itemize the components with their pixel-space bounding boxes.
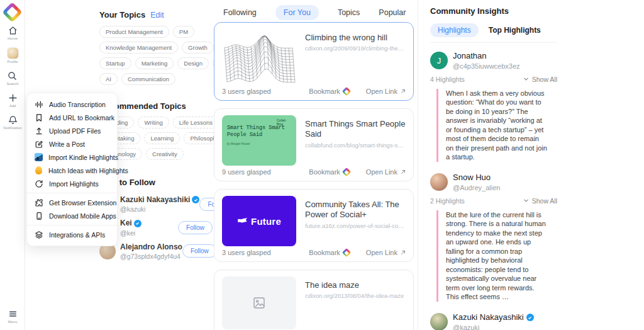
- sidebar-item-add[interactable]: Add: [8, 93, 18, 108]
- follow-button[interactable]: Follow: [178, 221, 213, 234]
- future-logo-text: Future: [251, 216, 281, 227]
- feed-card-climbing-the-wrong-hill[interactable]: Climbing the wrong hill cdixon.org/2009/…: [214, 22, 414, 101]
- bookmark-button[interactable]: Bookmark: [309, 249, 350, 256]
- follow-button[interactable]: Follow: [182, 244, 217, 258]
- bookmark-icon: [35, 113, 43, 122]
- users-glasped-count: 9 users glasped: [222, 168, 271, 176]
- topic-pill[interactable]: Creativity: [146, 148, 184, 160]
- user-handle: @kazuki: [453, 324, 534, 330]
- feed-card-smart-things[interactable]: Collab Blog Smart Things Smart People Sa…: [214, 108, 414, 181]
- tab-top-highlights[interactable]: Top Highlights: [489, 26, 541, 35]
- your-topics-tags: Product Management PM Knowledge Manageme…: [99, 26, 213, 85]
- topic-pill[interactable]: PM: [173, 26, 194, 38]
- sidebar-item-menu[interactable]: Menu: [0, 309, 25, 324]
- glasp-logo-icon[interactable]: [2, 2, 23, 23]
- user-handle: @c4p35iuwwcebx3ez: [453, 62, 520, 70]
- feed-card-community-takes-all[interactable]: Future Community Takes All: The Power of…: [214, 189, 414, 262]
- feed-column: Following For You Topics Popular Climbin…: [214, 0, 415, 20]
- bookmark-button[interactable]: Bookmark: [309, 168, 350, 176]
- menu-item-hatch-ideas-with-highlights[interactable]: Hatch Ideas with Highlights: [27, 164, 117, 177]
- topic-pill[interactable]: Life Lessons: [173, 117, 219, 128]
- card-url: cdixon.org/2009/09/19/climbing-the-wrong…: [305, 45, 406, 52]
- mobile-icon: [35, 212, 43, 220]
- edit-topics-link[interactable]: Edit: [150, 11, 164, 20]
- glasp-bookmark-icon: [342, 168, 351, 176]
- user-name: Alejandro Alonso: [120, 242, 182, 251]
- chevron-down-icon: [523, 198, 529, 203]
- menu-item-integrations-apis[interactable]: Integrations & APIs: [27, 228, 117, 241]
- sidebar-item-notification[interactable]: Notification: [3, 115, 22, 130]
- search-icon: [7, 71, 18, 81]
- user-name[interactable]: Jonathan: [453, 52, 520, 61]
- external-link-icon: [401, 169, 406, 174]
- avatar[interactable]: [430, 313, 448, 330]
- tab-for-you[interactable]: For You: [275, 5, 319, 20]
- menu-item-import-highlights[interactable]: Import Highlights: [27, 177, 117, 190]
- user-name: Kei: [120, 219, 142, 227]
- future-flag-icon: [237, 217, 248, 225]
- topic-pill[interactable]: Communication: [121, 73, 175, 85]
- collab-blog-thumbnail: Collab Blog Smart Things Smart People Sa…: [222, 115, 296, 166]
- topic-pill[interactable]: Marketing: [135, 57, 174, 69]
- bell-icon: [8, 115, 18, 125]
- menu-divider: [27, 193, 117, 193]
- tab-following[interactable]: Following: [223, 5, 257, 20]
- menu-item-audio-transcription[interactable]: Audio Transcription: [27, 98, 117, 111]
- topic-pill[interactable]: AI: [99, 73, 118, 85]
- thumb-byline-text: by Morgan Housel: [227, 142, 291, 145]
- highlight-quote[interactable]: When I ask them a very obvious question:…: [436, 89, 548, 162]
- open-link-button[interactable]: Open Link: [366, 88, 406, 95]
- tab-highlights[interactable]: Highlights: [430, 23, 479, 37]
- card-url: cdixon.org/2013/08/04/the-idea-maze: [305, 292, 404, 299]
- topic-pill[interactable]: Product Management: [99, 26, 169, 38]
- tab-popular[interactable]: Popular: [379, 5, 406, 20]
- menu-item-add-url-to-bookmark[interactable]: Add URL to Bookmark: [27, 111, 117, 124]
- sidebar-item-home[interactable]: Home: [8, 25, 18, 40]
- feed-card-the-idea-maze[interactable]: The idea maze cdixon.org/2013/08/04/the-…: [214, 270, 414, 330]
- verified-badge-icon: [192, 196, 199, 203]
- card-title: Community Takes All: The Power of Social…: [305, 200, 406, 220]
- topic-pill[interactable]: Knowledge Management: [99, 42, 178, 54]
- open-link-button[interactable]: Open Link: [366, 249, 406, 256]
- avatar[interactable]: [430, 173, 448, 191]
- topic-pill[interactable]: Learning: [144, 132, 180, 144]
- menu-item-import-kindle-highlights[interactable]: Import Kindle Highlights: [27, 151, 117, 164]
- add-dropdown-menu: Audio Transcription Add URL to Bookmark …: [26, 93, 118, 246]
- chevron-down-icon: [523, 77, 529, 81]
- highlight-quote[interactable]: But the lure of the current hill is stro…: [436, 210, 548, 302]
- menu-item-upload-pdf-files[interactable]: Upload PDF Files: [27, 124, 117, 137]
- menu-item-download-mobile-apps[interactable]: Download Mobile Apps: [27, 209, 117, 222]
- sidebar-item-profile[interactable]: Profile: [7, 47, 19, 64]
- sidebar-item-label: Notification: [3, 126, 22, 130]
- sync-icon: [35, 179, 43, 188]
- user-name: Kazuki Nakayashiki: [120, 195, 199, 204]
- avatar[interactable]: J: [430, 52, 448, 69]
- show-all-button[interactable]: Show All: [523, 76, 557, 83]
- user-name[interactable]: Kazuki Nakayashiki: [453, 313, 534, 322]
- compose-icon: [35, 140, 43, 149]
- show-all-button[interactable]: Show All: [523, 197, 557, 205]
- kindle-icon: [35, 153, 43, 161]
- community-insights-panel: Community Insights Highlights Top Highli…: [430, 6, 557, 330]
- puzzle-icon: [35, 198, 43, 207]
- topic-pill[interactable]: Design: [177, 57, 209, 69]
- menu-item-write-a-post[interactable]: Write a Post: [27, 137, 117, 151]
- user-handle: @g73spldx4gdyf4u4: [120, 253, 182, 260]
- sidebar-item-search[interactable]: Search: [6, 71, 18, 86]
- sidebar-item-label: Menu: [8, 320, 17, 324]
- upload-icon: [35, 127, 43, 135]
- users-glasped-count: 3 users glasped: [222, 88, 271, 95]
- bookmark-button[interactable]: Bookmark: [309, 88, 350, 95]
- wireframe-hill-svg: [222, 29, 296, 89]
- waveform-icon: [35, 100, 43, 109]
- topic-pill[interactable]: Writing: [138, 117, 169, 128]
- topic-pill[interactable]: Startup: [99, 57, 131, 69]
- layers-icon: [35, 230, 43, 239]
- profile-avatar: [7, 47, 19, 59]
- open-link-button[interactable]: Open Link: [366, 168, 406, 176]
- feed-tabs: Following For You Topics Popular: [214, 0, 415, 20]
- tab-topics[interactable]: Topics: [338, 5, 360, 20]
- user-name[interactable]: Snow Huo: [453, 173, 500, 183]
- topic-pill[interactable]: Growth: [182, 42, 214, 54]
- menu-item-get-browser-extension[interactable]: Get Browser Extension: [27, 196, 117, 209]
